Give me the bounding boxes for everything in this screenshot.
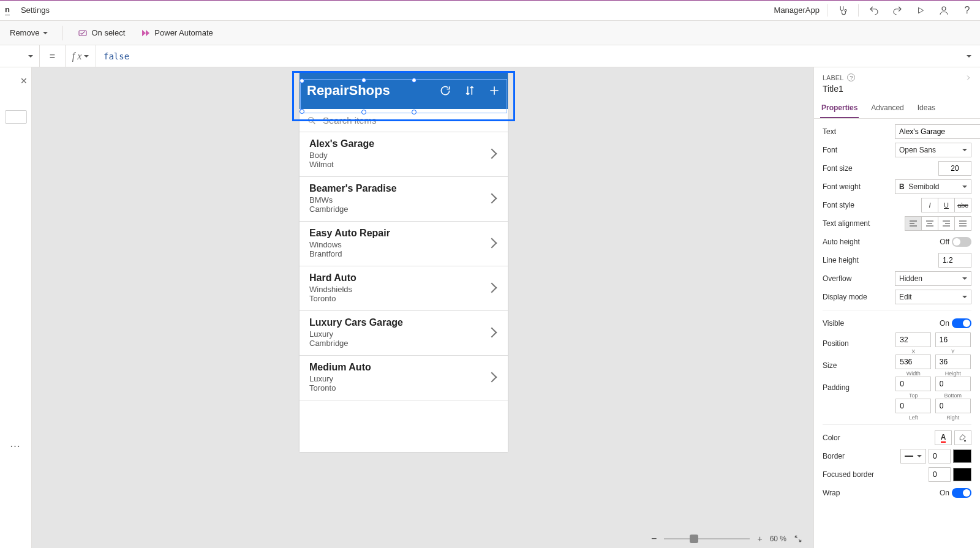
chevron-right-icon[interactable] [487, 238, 497, 249]
fontstyle-buttons[interactable]: I U abc [922, 198, 971, 212]
panel-label: LABEL [823, 74, 843, 81]
zoom-in-icon[interactable]: + [757, 534, 762, 544]
zoom-slider[interactable] [664, 538, 750, 539]
top-menu-n[interactable]: n [5, 5, 10, 15]
tab-advanced[interactable]: Advanced [870, 99, 905, 118]
chevron-right-icon[interactable] [487, 372, 497, 383]
zoom-out-icon[interactable]: − [651, 533, 657, 544]
canvas[interactable]: RepairShops Search items Alex's G [32, 67, 813, 548]
health-check-icon[interactable] [835, 2, 851, 18]
fontsize-label: Font size [823, 164, 890, 173]
top-bar: n Settings ManagerApp ? [0, 0, 980, 21]
more-icon[interactable]: … [10, 437, 22, 450]
width-input[interactable] [895, 355, 931, 369]
border-width-input[interactable] [929, 449, 951, 464]
tab-properties[interactable]: Properties [820, 99, 859, 118]
fill-color-button[interactable] [954, 430, 971, 445]
align-right-button[interactable] [938, 216, 955, 231]
play-icon[interactable] [913, 2, 929, 18]
formula-bar: = f x false [0, 45, 980, 67]
border-style-dropdown[interactable] [900, 449, 926, 464]
settings-menu[interactable]: Settings [21, 6, 50, 15]
overflow-dropdown[interactable]: Hidden [895, 271, 971, 286]
item-line3: Brantford [309, 249, 488, 258]
textalign-buttons[interactable] [905, 216, 971, 231]
tab-ideas[interactable]: Ideas [916, 99, 937, 118]
align-justify-button[interactable] [954, 216, 971, 231]
panel-expand-icon[interactable] [965, 75, 971, 81]
chevron-right-icon[interactable] [487, 328, 497, 338]
text-input[interactable] [895, 124, 980, 139]
lineheight-label: Line height [823, 256, 890, 265]
fontsize-input[interactable] [938, 161, 971, 176]
onselect-button[interactable]: On select [74, 26, 129, 40]
height-input[interactable] [935, 355, 971, 369]
app-header[interactable]: RepairShops [300, 72, 508, 109]
font-dropdown[interactable]: Open Sans [895, 143, 971, 157]
fullscreen-icon[interactable] [794, 535, 802, 543]
align-center-button[interactable] [921, 216, 938, 231]
chevron-right-icon[interactable] [487, 193, 497, 204]
visible-label: Visible [823, 319, 890, 328]
align-left-button[interactable] [905, 216, 922, 231]
focusedborder-color-swatch[interactable] [953, 468, 971, 481]
screen-thumbnail[interactable] [5, 110, 27, 124]
fx-icon[interactable]: f x [66, 45, 96, 67]
list-item[interactable]: Hard AutoWindshieldsToronto [300, 266, 508, 311]
fontweight-dropdown[interactable]: B Semibold [895, 179, 971, 194]
italic-button[interactable]: I [921, 198, 938, 212]
item-line3: Toronto [309, 383, 488, 392]
redo-icon[interactable] [889, 2, 905, 18]
font-color-button[interactable]: A [935, 430, 952, 445]
position-y-input[interactable] [935, 332, 971, 347]
fontweight-label: Font weight [823, 182, 890, 191]
list-item[interactable]: Medium AutoLuxuryToronto [300, 356, 508, 400]
displaymode-dropdown[interactable]: Edit [895, 290, 971, 304]
refresh-icon[interactable] [439, 84, 451, 97]
wrap-toggle[interactable] [952, 488, 971, 498]
search-box[interactable]: Search items [300, 109, 508, 132]
app-title[interactable]: RepairShops [307, 83, 439, 99]
add-icon[interactable] [488, 84, 500, 97]
chevron-right-icon[interactable] [487, 149, 497, 159]
tree-view-collapsed: ✕ … [0, 67, 32, 548]
item-line3: Cambridge [309, 339, 488, 348]
fontstyle-label: Font style [823, 201, 890, 209]
power-automate-button[interactable]: Power Automate [137, 26, 216, 40]
item-name: Easy Auto Repair [309, 228, 488, 239]
info-icon[interactable]: ? [847, 73, 855, 81]
search-placeholder: Search items [323, 115, 377, 126]
chevron-right-icon[interactable] [487, 283, 497, 293]
position-x-input[interactable] [895, 332, 931, 347]
item-name: Alex's Garage [309, 138, 488, 149]
property-dropdown[interactable] [0, 45, 40, 67]
strike-button[interactable]: abc [954, 198, 971, 212]
pad-bottom-input[interactable] [935, 377, 971, 391]
border-color-swatch[interactable] [953, 449, 971, 463]
item-line2: BMWs [309, 195, 488, 205]
close-icon[interactable]: ✕ [20, 76, 28, 86]
sort-icon[interactable] [464, 84, 476, 97]
autoheight-toggle[interactable] [952, 237, 971, 247]
list-item[interactable]: Easy Auto RepairWindowsBrantford [300, 222, 508, 266]
lineheight-input[interactable] [938, 253, 971, 268]
item-name: Medium Auto [309, 362, 488, 373]
user-icon[interactable] [936, 2, 952, 18]
svg-point-0 [845, 9, 846, 11]
pad-left-input[interactable] [895, 399, 931, 413]
formula-input[interactable]: false [96, 51, 958, 61]
formula-expand-icon[interactable] [958, 55, 980, 58]
list-item[interactable]: Alex's GarageBodyWilmot [300, 132, 508, 177]
focusedborder-width-input[interactable] [929, 467, 951, 482]
visible-toggle[interactable] [952, 318, 971, 328]
remove-button[interactable]: Remove [6, 26, 51, 40]
help-icon[interactable]: ? [959, 2, 975, 18]
overflow-label: Overflow [823, 274, 890, 283]
underline-button[interactable]: U [938, 198, 955, 212]
pad-right-input[interactable] [935, 399, 971, 413]
pad-top-input[interactable] [895, 377, 931, 391]
list-item[interactable]: Luxury Cars GarageLuxuryCambridge [300, 311, 508, 356]
list-item[interactable]: Beamer's ParadiseBMWsCambridge [300, 177, 508, 222]
autoheight-label: Auto height [823, 238, 890, 246]
undo-icon[interactable] [866, 2, 882, 18]
